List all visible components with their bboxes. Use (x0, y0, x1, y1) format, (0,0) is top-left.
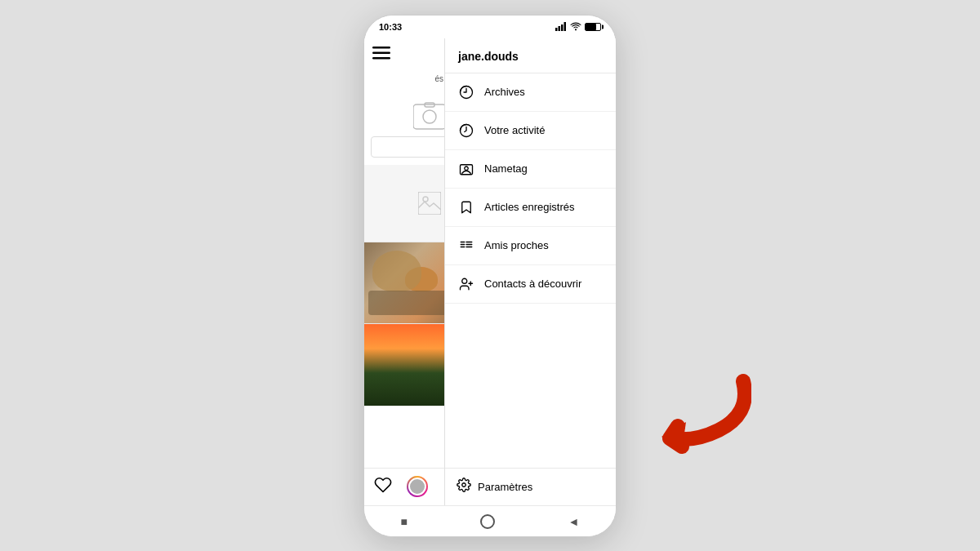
hamburger-button[interactable] (372, 47, 390, 63)
svg-rect-7 (372, 57, 390, 60)
menu-item-discover[interactable]: Contacts à découvrir (445, 265, 616, 304)
svg-point-26 (462, 483, 466, 487)
gear-icon (457, 478, 471, 495)
activity-icon (458, 122, 474, 139)
bookmark-icon (458, 199, 474, 216)
svg-point-12 (423, 197, 428, 202)
wifi-icon (570, 22, 581, 31)
dropdown-menu: jane.douds Archives (444, 38, 616, 505)
svg-rect-1 (559, 26, 561, 31)
settings-label: Paramètres (478, 481, 532, 493)
discover-label: Contacts à découvrir (484, 278, 581, 290)
heart-icon[interactable] (374, 476, 392, 497)
svg-point-9 (423, 110, 436, 123)
menu-item-nametag[interactable]: Nametag (445, 150, 616, 189)
signal-icon (555, 22, 567, 31)
phone-frame: 10:33 (363, 15, 617, 537)
image-icon (418, 192, 441, 215)
activity-label: Votre activité (484, 124, 545, 136)
camera-icon (413, 100, 446, 132)
svg-point-16 (465, 167, 469, 171)
svg-point-4 (575, 29, 577, 30)
menu-item-friends[interactable]: Amis proches (445, 227, 616, 265)
nametag-label: Nametag (484, 162, 528, 175)
settings-row[interactable]: Paramètres (445, 468, 616, 505)
android-nav-bar: ■ ◄ (364, 505, 616, 537)
nametag-icon (458, 161, 474, 177)
square-nav-button[interactable]: ■ (401, 515, 408, 528)
svg-rect-11 (418, 192, 441, 215)
svg-rect-8 (413, 104, 446, 129)
svg-marker-27 (662, 422, 686, 451)
status-icons (555, 22, 601, 31)
menu-item-activity[interactable]: Votre activité (445, 112, 616, 150)
svg-rect-2 (561, 24, 564, 31)
back-nav-button[interactable]: ◄ (568, 515, 580, 528)
archives-label: Archives (484, 86, 525, 98)
status-time: 10:33 (379, 22, 402, 32)
profile-pic-placeholder (413, 100, 446, 136)
profile-icon[interactable] (407, 476, 428, 497)
menu-username: jane.douds (445, 38, 616, 73)
menu-item-saved[interactable]: Articles enregistrés (445, 189, 616, 227)
home-nav-button[interactable] (480, 514, 495, 529)
svg-rect-3 (564, 22, 567, 31)
status-bar: 10:33 (364, 16, 616, 38)
saved-label: Articles enregistrés (484, 201, 575, 213)
discover-icon (458, 276, 474, 292)
menu-item-archives[interactable]: Archives (445, 73, 616, 112)
menu-icon (372, 47, 390, 60)
archive-icon (458, 84, 474, 100)
battery-icon (585, 23, 601, 31)
friends-label: Amis proches (484, 239, 549, 251)
friends-icon (458, 238, 474, 254)
svg-rect-0 (555, 28, 558, 31)
red-arrow (604, 365, 751, 479)
svg-point-23 (462, 278, 467, 283)
app-screen: 6 és Abonneme... (364, 38, 616, 505)
svg-rect-6 (372, 51, 390, 54)
svg-rect-5 (372, 47, 390, 49)
